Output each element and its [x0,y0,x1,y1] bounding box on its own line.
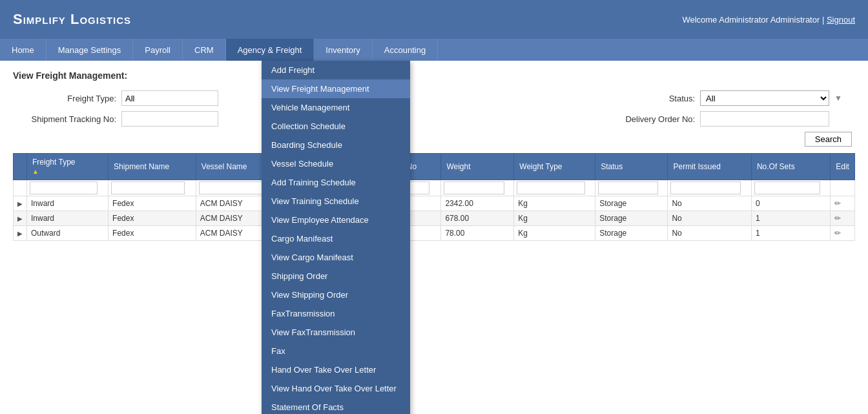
dropdown-vessel-schedule[interactable]: Vessel Schedule [262,154,410,173]
cell-no-of-sets: 1 [751,211,830,226]
dropdown-vehicle-management[interactable]: Vehicle Management [262,98,410,117]
filter-freight-type[interactable] [30,181,98,194]
cell-weight: 678.00 [441,211,514,226]
dropdown-hand-over-take-over-letter[interactable]: Hand Over Take Over Letter [262,360,410,379]
filter-shipment-name[interactable] [111,181,185,194]
cell-edit[interactable]: ✏ [831,211,855,226]
freight-type-input[interactable] [121,90,218,106]
nav-crm[interactable]: CRM [183,39,226,61]
status-select[interactable]: All Active Inactive [700,90,829,106]
navbar: Home Manage Settings Payroll CRM Agency … [0,39,868,61]
dropdown-view-hand-over-take-over-letter[interactable]: View Hand Over Take Over Letter [262,379,410,398]
col-edit: Edit [831,154,855,180]
freight-type-label: Freight Type: [13,94,116,103]
col-permit-issued: Permit Issued [668,154,751,180]
col-status: Status [595,154,668,180]
dropdown-collection-schedule[interactable]: Collection Schedule [262,117,410,136]
nav-home[interactable]: Home [0,39,46,61]
dropdown-statement-of-facts[interactable]: Statement Of Facts [262,398,410,414]
nav-manage-settings[interactable]: Manage Settings [46,39,134,61]
dropdown-cargo-manifeast[interactable]: Cargo Manifeast [262,229,410,248]
dropdown-add-training-schedule[interactable]: Add Training Schedule [262,173,410,192]
status-label: Status: [604,94,695,103]
signout-link[interactable]: Signout [827,15,855,25]
nav-payroll[interactable]: Payroll [133,39,183,61]
cell-shipment-name: Fedex [108,211,196,226]
dropdown-view-cargo-manifeast[interactable]: View Cargo Manifeast [262,248,410,267]
expand-cell[interactable]: ▶ [14,226,27,241]
dropdown-fax[interactable]: Fax [262,342,410,360]
col-no-of-sets: No.Of Sets [751,154,830,180]
agency-freight-dropdown: Add Freight View Freight Management Vehi… [262,61,410,414]
cell-status: Storage [595,226,668,241]
shipment-tracking-input[interactable] [121,111,218,127]
col-shipment-name: Shipment Name [108,154,196,180]
nav-agency-freight[interactable]: Agency & Freight [226,39,315,61]
table-row: ▶ Outward Fedex ACM DAISY 4 78.00 Kg Sto… [14,226,855,241]
filter-vessel-name[interactable] [199,181,268,194]
welcome-message: Welcome Administrator Administrator | Si… [682,15,855,25]
shipment-tracking-label: Shipment Tracking No: [13,114,116,124]
cell-shipment-name: Fedex [108,226,196,241]
right-filters: Status: All Active Inactive ▼ Delivery O… [604,90,842,127]
app-title: Simplify Logistics [13,11,131,28]
cell-weight-type: Kg [514,211,595,226]
nav-accounting[interactable]: Accounting [373,39,438,61]
dropdown-view-training-schedule[interactable]: View Training Schedule [262,192,410,211]
cell-edit[interactable]: ✏ [831,226,855,241]
table-header-row: Freight Type ▲ Shipment Name Vessel Name… [14,154,855,180]
status-row: Status: All Active Inactive ▼ [604,90,842,106]
freight-type-row: Freight Type: [13,90,218,106]
cell-permit-issued: No [668,226,751,241]
dropdown-view-employee-attendance[interactable]: View Employee Attendace [262,211,410,229]
cell-shipment-name: Fedex [108,196,196,211]
cell-freight-type: Inward [27,196,108,211]
sort-arrow-freight-type: ▲ [32,168,39,175]
delivery-order-input[interactable] [700,111,829,127]
filter-weight-type[interactable] [517,181,584,194]
cell-status: Storage [595,211,668,226]
left-filters: Freight Type: Shipment Tracking No: [13,90,218,127]
delivery-order-label: Delivery Order No: [604,114,695,124]
dropdown-fax-transmission[interactable]: FaxTransmission [262,304,410,323]
shipment-tracking-row: Shipment Tracking No: [13,111,218,127]
expand-cell[interactable]: ▶ [14,196,27,211]
table-row: ▶ Inward Fedex ACM DAISY 6756756 678.00 … [14,211,855,226]
dropdown-shipping-order[interactable]: Shipping Order [262,267,410,285]
dropdown-view-shipping-order[interactable]: View Shipping Order [262,285,410,304]
dropdown-view-freight-management[interactable]: View Freight Management [262,79,410,98]
cell-freight-type: Inward [27,211,108,226]
search-button[interactable]: Search [805,132,852,147]
page-title: View Freight Management: [13,70,855,81]
col-expand [14,154,27,180]
cell-status: Storage [595,196,668,211]
dropdown-add-freight[interactable]: Add Freight [262,61,410,79]
col-freight-type[interactable]: Freight Type ▲ [27,154,108,180]
cell-no-of-sets: 1 [751,226,830,241]
cell-weight-type: Kg [514,196,595,211]
filter-permit-issued[interactable] [670,181,740,194]
delivery-order-row: Delivery Order No: [604,111,842,127]
freight-table: Freight Type ▲ Shipment Name Vessel Name… [13,153,855,241]
filter-no-of-sets[interactable] [754,181,820,194]
table-filter-inputs-row [14,180,855,196]
filter-section: Freight Type: Shipment Tracking No: Stat… [13,90,855,127]
dropdown-view-fax-transmission[interactable]: View FaxTransmission [262,323,410,342]
cell-freight-type: Outward [27,226,108,241]
search-area: Search [13,132,855,147]
filter-status[interactable] [598,181,658,194]
table-row: ▶ Inward Fedex ACM DAISY 123456 2342.00 … [14,196,855,211]
cell-weight: 78.00 [441,226,514,241]
cell-permit-issued: No [668,196,751,211]
cell-permit-issued: No [668,211,751,226]
expand-cell[interactable]: ▶ [14,211,27,226]
cell-edit[interactable]: ✏ [831,196,855,211]
cell-no-of-sets: 0 [751,196,830,211]
dropdown-boarding-schedule[interactable]: Boarding Schedule [262,136,410,154]
cell-weight-type: Kg [514,226,595,241]
header: Simplify Logistics Welcome Administrator… [0,0,868,39]
nav-inventory[interactable]: Inventory [314,39,372,61]
main-content: View Freight Management: Freight Type: S… [0,61,868,414]
cell-weight: 2342.00 [441,196,514,211]
filter-weight[interactable] [444,181,504,194]
